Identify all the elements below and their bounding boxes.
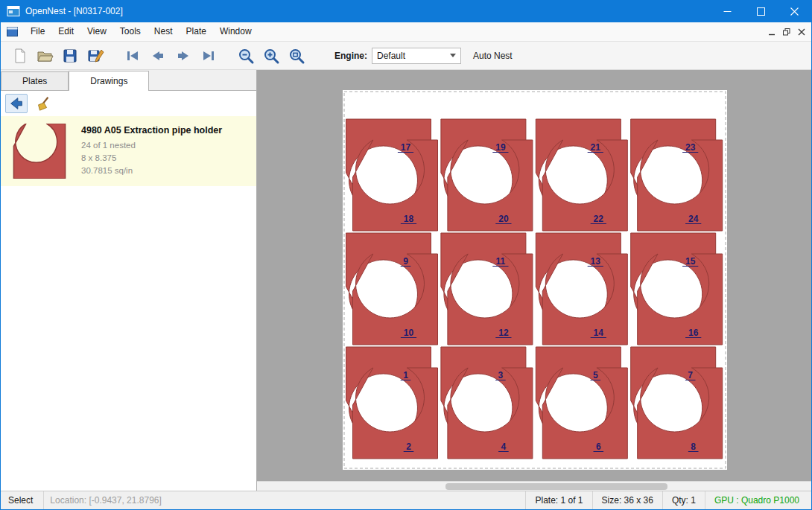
zoom-fit-icon [288, 47, 305, 65]
minimize-button[interactable] [711, 0, 744, 22]
drawing-area: 30.7815 sq/in [81, 165, 222, 177]
status-location: Location: [-0.9437, 21.8796] [44, 491, 525, 509]
open-button[interactable] [32, 45, 57, 67]
part-number: 4 [501, 442, 507, 452]
part-number: 3 [498, 370, 504, 380]
part-number: 24 [688, 214, 699, 224]
nest-canvas-area[interactable]: 171819202122232491011121314151612345678 [257, 70, 811, 491]
menu-item-plate[interactable]: Plate [180, 22, 213, 41]
status-qty: Qty: 1 [662, 491, 705, 509]
broom-icon [35, 95, 51, 112]
zoom-out-button[interactable] [233, 45, 258, 67]
maximize-button[interactable] [744, 0, 778, 22]
tab-drawings[interactable]: Drawings [69, 71, 149, 91]
close-icon [790, 7, 799, 16]
engine-select[interactable]: Default [372, 48, 461, 64]
menubar: File Edit View Tools Nest Plate Window [1, 22, 811, 42]
toolbar-separator [108, 45, 120, 67]
statusbar: Select Location: [-0.9437, 21.8796] Plat… [1, 491, 811, 509]
status-mode: Select [1, 491, 44, 509]
maximize-icon [757, 7, 765, 16]
chevron-down-icon [450, 54, 456, 57]
part-number: 7 [688, 370, 693, 380]
drawing-nested-count: 24 of 1 nested [81, 139, 222, 152]
mdi-close-icon [798, 28, 805, 36]
part-number: 6 [596, 442, 601, 452]
titlebar[interactable]: OpenNest - [N0317-002] [1, 0, 811, 22]
zoom-in-button[interactable] [258, 45, 284, 67]
document-icon [7, 27, 18, 36]
next-plate-button[interactable] [171, 45, 196, 67]
part-number: 12 [498, 328, 509, 338]
first-plate-button[interactable] [120, 45, 145, 67]
menu-item-nest[interactable]: Nest [148, 22, 180, 41]
drawing-list-item[interactable]: 4980 A05 Extraction pipe holder 24 of 1 … [1, 116, 256, 186]
last-plate-button[interactable] [196, 45, 221, 67]
zoom-out-icon [237, 47, 255, 65]
new-document-icon [10, 47, 28, 65]
part-number: 1 [403, 370, 408, 380]
next-arrow-icon [174, 47, 192, 65]
toolbar-separator [221, 45, 233, 67]
part-number: 14 [594, 328, 604, 338]
part-number: 16 [688, 328, 699, 338]
engine-label: Engine: [334, 51, 367, 61]
mdi-restore-icon [783, 28, 790, 36]
horizontal-scrollbar[interactable] [257, 481, 811, 491]
part-number: 11 [496, 256, 506, 267]
window-controls [711, 0, 811, 22]
close-button[interactable] [778, 0, 811, 22]
save-as-button[interactable] [83, 45, 108, 67]
clear-drawings-button[interactable] [32, 94, 54, 113]
mdi-minimize-button[interactable] [768, 28, 775, 36]
part-number: 8 [691, 442, 696, 452]
menu-item-edit[interactable]: Edit [51, 22, 80, 41]
part-number: 22 [594, 214, 604, 224]
menu-item-file[interactable]: File [24, 22, 51, 41]
status-gpu: GPU : Quadro P1000 [705, 491, 811, 509]
mdi-minimize-icon [768, 28, 775, 36]
part-number: 21 [591, 142, 601, 153]
menu-item-window[interactable]: Window [213, 22, 258, 41]
new-button[interactable] [7, 45, 32, 67]
part-number: 18 [404, 214, 414, 224]
minimize-icon [723, 7, 732, 16]
part-number: 9 [403, 256, 408, 267]
part-number: 13 [591, 256, 601, 267]
drawing-meta: 4980 A05 Extraction pipe holder 24 of 1 … [81, 125, 222, 176]
part-thumbnail [8, 124, 71, 179]
drawing-title: 4980 A05 Extraction pipe holder [81, 125, 222, 136]
main-area: Plates Drawings [1, 70, 811, 491]
left-arrow-icon [8, 95, 25, 112]
last-arrow-icon [200, 47, 218, 65]
app-icon [7, 5, 20, 17]
first-arrow-icon [124, 47, 142, 65]
mdi-close-button[interactable] [798, 28, 805, 36]
sidebar: Plates Drawings [1, 70, 257, 491]
main-toolbar: Engine: Default Auto Nest [1, 42, 811, 70]
save-icon [61, 47, 79, 65]
part-number: 5 [593, 370, 598, 380]
zoom-fit-button[interactable] [284, 45, 309, 67]
engine-value: Default [377, 51, 405, 61]
menu-item-tools[interactable]: Tools [113, 22, 148, 41]
drawing-size: 8 x 8.375 [81, 152, 222, 165]
back-button[interactable] [5, 94, 28, 113]
menu-item-view[interactable]: View [80, 22, 113, 41]
drawings-toolbar [1, 91, 256, 116]
scrollbar-thumb[interactable] [445, 483, 667, 490]
status-size: Size: 36 x 36 [592, 491, 662, 509]
nest-canvas[interactable]: 171819202122232491011121314151612345678 [257, 70, 811, 481]
part-number: 20 [498, 214, 509, 224]
save-button[interactable] [57, 45, 83, 67]
app-window: OpenNest - [N0317-002] File Edit View To… [0, 0, 812, 510]
previous-plate-button[interactable] [145, 45, 171, 67]
mdi-restore-button[interactable] [783, 28, 790, 36]
auto-nest-button[interactable]: Auto Nest [473, 51, 513, 61]
tab-plates[interactable]: Plates [1, 71, 69, 90]
part-number: 15 [685, 256, 696, 267]
part-number: 2 [406, 442, 411, 452]
sidebar-tabstrip: Plates Drawings [1, 70, 256, 91]
open-folder-icon [36, 47, 54, 65]
save-as-icon [86, 47, 104, 65]
